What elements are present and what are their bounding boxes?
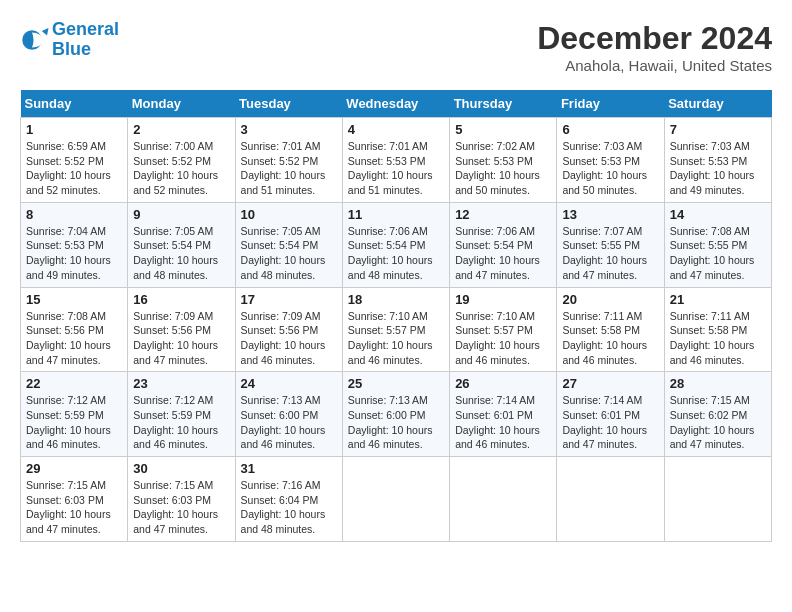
calendar-cell: 8 Sunrise: 7:04 AM Sunset: 5:53 PM Dayli… [21,202,128,287]
day-info: Sunrise: 7:11 AM Sunset: 5:58 PM Dayligh… [670,309,766,368]
day-info: Sunrise: 7:12 AM Sunset: 5:59 PM Dayligh… [133,393,229,452]
weekday-header-row: Sunday Monday Tuesday Wednesday Thursday… [21,90,772,118]
day-number: 20 [562,292,658,307]
calendar-cell: 9 Sunrise: 7:05 AM Sunset: 5:54 PM Dayli… [128,202,235,287]
day-number: 8 [26,207,122,222]
day-number: 27 [562,376,658,391]
day-info: Sunrise: 7:11 AM Sunset: 5:58 PM Dayligh… [562,309,658,368]
day-number: 16 [133,292,229,307]
day-number: 2 [133,122,229,137]
header-tuesday: Tuesday [235,90,342,118]
day-info: Sunrise: 7:13 AM Sunset: 6:00 PM Dayligh… [241,393,337,452]
calendar-cell: 2 Sunrise: 7:00 AM Sunset: 5:52 PM Dayli… [128,118,235,203]
day-info: Sunrise: 7:10 AM Sunset: 5:57 PM Dayligh… [455,309,551,368]
day-info: Sunrise: 7:01 AM Sunset: 5:52 PM Dayligh… [241,139,337,198]
day-info: Sunrise: 7:14 AM Sunset: 6:01 PM Dayligh… [562,393,658,452]
day-info: Sunrise: 7:15 AM Sunset: 6:03 PM Dayligh… [26,478,122,537]
calendar-cell: 27 Sunrise: 7:14 AM Sunset: 6:01 PM Dayl… [557,372,664,457]
day-info: Sunrise: 7:16 AM Sunset: 6:04 PM Dayligh… [241,478,337,537]
day-number: 5 [455,122,551,137]
day-number: 28 [670,376,766,391]
day-info: Sunrise: 7:03 AM Sunset: 5:53 PM Dayligh… [562,139,658,198]
day-number: 14 [670,207,766,222]
day-number: 6 [562,122,658,137]
calendar-cell [342,457,449,542]
day-info: Sunrise: 7:12 AM Sunset: 5:59 PM Dayligh… [26,393,122,452]
location: Anahola, Hawaii, United States [537,57,772,74]
day-info: Sunrise: 7:06 AM Sunset: 5:54 PM Dayligh… [455,224,551,283]
calendar-cell [557,457,664,542]
header-saturday: Saturday [664,90,771,118]
calendar-cell: 10 Sunrise: 7:05 AM Sunset: 5:54 PM Dayl… [235,202,342,287]
calendar-cell: 3 Sunrise: 7:01 AM Sunset: 5:52 PM Dayli… [235,118,342,203]
calendar-cell: 15 Sunrise: 7:08 AM Sunset: 5:56 PM Dayl… [21,287,128,372]
title-block: December 2024 Anahola, Hawaii, United St… [537,20,772,74]
calendar-cell: 31 Sunrise: 7:16 AM Sunset: 6:04 PM Dayl… [235,457,342,542]
calendar-cell: 23 Sunrise: 7:12 AM Sunset: 5:59 PM Dayl… [128,372,235,457]
header-sunday: Sunday [21,90,128,118]
day-number: 22 [26,376,122,391]
day-info: Sunrise: 7:08 AM Sunset: 5:55 PM Dayligh… [670,224,766,283]
day-info: Sunrise: 6:59 AM Sunset: 5:52 PM Dayligh… [26,139,122,198]
calendar-cell: 18 Sunrise: 7:10 AM Sunset: 5:57 PM Dayl… [342,287,449,372]
calendar-cell: 26 Sunrise: 7:14 AM Sunset: 6:01 PM Dayl… [450,372,557,457]
day-info: Sunrise: 7:04 AM Sunset: 5:53 PM Dayligh… [26,224,122,283]
month-title: December 2024 [537,20,772,57]
logo-blue: Blue [52,39,91,59]
calendar-cell: 11 Sunrise: 7:06 AM Sunset: 5:54 PM Dayl… [342,202,449,287]
page-header: General Blue December 2024 Anahola, Hawa… [20,20,772,74]
day-info: Sunrise: 7:09 AM Sunset: 5:56 PM Dayligh… [133,309,229,368]
day-info: Sunrise: 7:15 AM Sunset: 6:02 PM Dayligh… [670,393,766,452]
calendar-cell: 16 Sunrise: 7:09 AM Sunset: 5:56 PM Dayl… [128,287,235,372]
day-number: 24 [241,376,337,391]
calendar-cell: 21 Sunrise: 7:11 AM Sunset: 5:58 PM Dayl… [664,287,771,372]
day-info: Sunrise: 7:13 AM Sunset: 6:00 PM Dayligh… [348,393,444,452]
day-number: 1 [26,122,122,137]
logo-general: General [52,19,119,39]
day-info: Sunrise: 7:05 AM Sunset: 5:54 PM Dayligh… [133,224,229,283]
day-number: 18 [348,292,444,307]
calendar-cell: 22 Sunrise: 7:12 AM Sunset: 5:59 PM Dayl… [21,372,128,457]
day-info: Sunrise: 7:15 AM Sunset: 6:03 PM Dayligh… [133,478,229,537]
day-info: Sunrise: 7:00 AM Sunset: 5:52 PM Dayligh… [133,139,229,198]
calendar-cell: 19 Sunrise: 7:10 AM Sunset: 5:57 PM Dayl… [450,287,557,372]
calendar-cell: 1 Sunrise: 6:59 AM Sunset: 5:52 PM Dayli… [21,118,128,203]
day-number: 17 [241,292,337,307]
calendar-cell: 20 Sunrise: 7:11 AM Sunset: 5:58 PM Dayl… [557,287,664,372]
calendar-cell: 6 Sunrise: 7:03 AM Sunset: 5:53 PM Dayli… [557,118,664,203]
day-number: 23 [133,376,229,391]
day-number: 25 [348,376,444,391]
day-info: Sunrise: 7:03 AM Sunset: 5:53 PM Dayligh… [670,139,766,198]
calendar-cell: 29 Sunrise: 7:15 AM Sunset: 6:03 PM Dayl… [21,457,128,542]
day-number: 30 [133,461,229,476]
calendar-cell: 4 Sunrise: 7:01 AM Sunset: 5:53 PM Dayli… [342,118,449,203]
day-number: 15 [26,292,122,307]
day-number: 7 [670,122,766,137]
calendar-cell: 30 Sunrise: 7:15 AM Sunset: 6:03 PM Dayl… [128,457,235,542]
day-info: Sunrise: 7:07 AM Sunset: 5:55 PM Dayligh… [562,224,658,283]
day-number: 10 [241,207,337,222]
calendar-cell: 17 Sunrise: 7:09 AM Sunset: 5:56 PM Dayl… [235,287,342,372]
day-info: Sunrise: 7:02 AM Sunset: 5:53 PM Dayligh… [455,139,551,198]
day-info: Sunrise: 7:01 AM Sunset: 5:53 PM Dayligh… [348,139,444,198]
day-number: 11 [348,207,444,222]
day-info: Sunrise: 7:06 AM Sunset: 5:54 PM Dayligh… [348,224,444,283]
day-number: 9 [133,207,229,222]
header-thursday: Thursday [450,90,557,118]
day-number: 4 [348,122,444,137]
calendar-cell: 12 Sunrise: 7:06 AM Sunset: 5:54 PM Dayl… [450,202,557,287]
day-number: 29 [26,461,122,476]
day-number: 13 [562,207,658,222]
calendar-cell: 24 Sunrise: 7:13 AM Sunset: 6:00 PM Dayl… [235,372,342,457]
calendar-cell: 7 Sunrise: 7:03 AM Sunset: 5:53 PM Dayli… [664,118,771,203]
day-info: Sunrise: 7:09 AM Sunset: 5:56 PM Dayligh… [241,309,337,368]
day-number: 12 [455,207,551,222]
calendar-table: Sunday Monday Tuesday Wednesday Thursday… [20,90,772,542]
day-info: Sunrise: 7:14 AM Sunset: 6:01 PM Dayligh… [455,393,551,452]
header-friday: Friday [557,90,664,118]
day-info: Sunrise: 7:05 AM Sunset: 5:54 PM Dayligh… [241,224,337,283]
calendar-cell: 25 Sunrise: 7:13 AM Sunset: 6:00 PM Dayl… [342,372,449,457]
day-number: 31 [241,461,337,476]
calendar-cell: 28 Sunrise: 7:15 AM Sunset: 6:02 PM Dayl… [664,372,771,457]
calendar-cell: 5 Sunrise: 7:02 AM Sunset: 5:53 PM Dayli… [450,118,557,203]
